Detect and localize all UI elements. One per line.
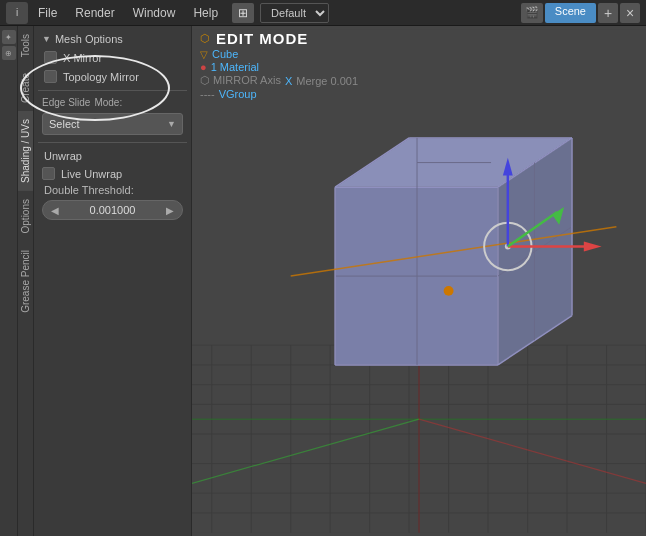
live-unwrap-label: Live Unwrap bbox=[61, 168, 122, 180]
scene-button[interactable]: Scene bbox=[545, 3, 596, 23]
main-layout: ✦ ⊕ Tools Create Shading / UVs Options G… bbox=[0, 26, 646, 536]
workspace-selector[interactable]: Default bbox=[260, 3, 329, 23]
material-label: 1 Material bbox=[211, 61, 259, 73]
tab-tools[interactable]: Tools bbox=[18, 26, 33, 65]
toolbar-icon-1[interactable]: ✦ bbox=[2, 30, 16, 44]
unwrap-section: Unwrap bbox=[38, 147, 187, 165]
vgroup-dash: ---- bbox=[200, 88, 215, 100]
tab-create[interactable]: Create bbox=[18, 65, 33, 111]
decrement-icon: ◀ bbox=[51, 205, 59, 216]
edit-mode-header: ⬡ EDIT MODE ▽ Cube ● 1 Material ⬡ MIRROR… bbox=[200, 30, 358, 100]
left-toolbar: ✦ ⊕ bbox=[0, 26, 18, 536]
edge-slide-value: Mode: bbox=[94, 97, 122, 108]
menu-file[interactable]: File bbox=[30, 4, 65, 22]
grid-icon[interactable]: ⊞ bbox=[232, 3, 254, 23]
threshold-label: Double Threshold: bbox=[38, 182, 187, 198]
left-vertical-tabs: Tools Create Shading / UVs Options Greas… bbox=[18, 26, 34, 536]
mode-title-row: ⬡ EDIT MODE bbox=[200, 30, 358, 47]
threshold-value-field[interactable]: ◀ 0.001000 ▶ bbox=[42, 200, 183, 220]
increment-icon: ▶ bbox=[166, 205, 174, 216]
menu-render[interactable]: Render bbox=[67, 4, 122, 22]
cube-icon: ▽ bbox=[200, 49, 208, 60]
tab-grease-pencil[interactable]: Grease Pencil bbox=[18, 242, 33, 321]
topology-mirror-checkbox[interactable] bbox=[44, 70, 57, 83]
mirror-axis-x: X bbox=[285, 75, 292, 87]
chevron-down-icon: ▼ bbox=[167, 119, 176, 129]
topology-mirror-row: Topology Mirror bbox=[38, 67, 187, 86]
live-unwrap-row: Live Unwrap bbox=[38, 165, 187, 182]
vgroup-label: VGroup bbox=[219, 88, 257, 100]
x-mirror-label: X Mirror bbox=[63, 52, 102, 64]
threshold-value: 0.001000 bbox=[90, 204, 136, 216]
app-icon[interactable]: i bbox=[6, 2, 28, 24]
viewport[interactable]: ⬡ EDIT MODE ▽ Cube ● 1 Material ⬡ MIRROR… bbox=[192, 26, 646, 536]
material-row: ● 1 Material bbox=[200, 61, 358, 73]
mirror-label: ⬡ MIRROR Axis bbox=[200, 74, 281, 87]
panel-title: Mesh Options bbox=[55, 33, 123, 45]
toolbar-icon-2[interactable]: ⊕ bbox=[2, 46, 16, 60]
panel-arrow: ▼ bbox=[42, 34, 51, 44]
mirror-merge: Merge 0.001 bbox=[296, 75, 358, 87]
material-dot-icon: ● bbox=[200, 61, 207, 73]
menu-window[interactable]: Window bbox=[125, 4, 184, 22]
edge-slide-row: Edge Slide Mode: bbox=[38, 95, 187, 110]
scene-icon[interactable]: 🎬 bbox=[521, 3, 543, 23]
edge-slide-label: Edge Slide bbox=[42, 97, 90, 108]
x-mirror-checkbox[interactable] bbox=[44, 51, 57, 64]
mode-icon: ⬡ bbox=[200, 32, 210, 45]
svg-point-53 bbox=[444, 286, 454, 296]
panel-header: ▼ Mesh Options bbox=[38, 30, 187, 48]
side-panel: ▼ Mesh Options X Mirror Topology Mirror … bbox=[34, 26, 192, 536]
cube-row: ▽ Cube bbox=[200, 48, 358, 60]
select-dropdown-container: Select ▼ bbox=[42, 113, 183, 135]
menu-help[interactable]: Help bbox=[185, 4, 226, 22]
topology-mirror-label: Topology Mirror bbox=[63, 71, 139, 83]
scene-add-button[interactable]: + bbox=[598, 3, 618, 23]
menu-bar: i File Render Window Help ⊞ Default 🎬 Sc… bbox=[0, 0, 646, 26]
unwrap-label: Unwrap bbox=[42, 148, 84, 164]
tab-options[interactable]: Options bbox=[18, 191, 33, 241]
select-label: Select bbox=[49, 118, 80, 130]
tab-shading-uvs[interactable]: Shading / UVs bbox=[18, 111, 33, 191]
viewport-canvas bbox=[192, 26, 646, 536]
divider-2 bbox=[38, 142, 187, 143]
divider-1 bbox=[38, 90, 187, 91]
mirror-row: ⬡ MIRROR Axis X Merge 0.001 bbox=[200, 74, 358, 87]
vgroup-row: ---- VGroup bbox=[200, 88, 358, 100]
edit-mode-title: EDIT MODE bbox=[216, 30, 308, 47]
cube-label: Cube bbox=[212, 48, 238, 60]
x-mirror-row: X Mirror bbox=[38, 48, 187, 67]
select-dropdown[interactable]: Select ▼ bbox=[42, 113, 183, 135]
scene-close-button[interactable]: × bbox=[620, 3, 640, 23]
live-unwrap-checkbox[interactable] bbox=[42, 167, 55, 180]
